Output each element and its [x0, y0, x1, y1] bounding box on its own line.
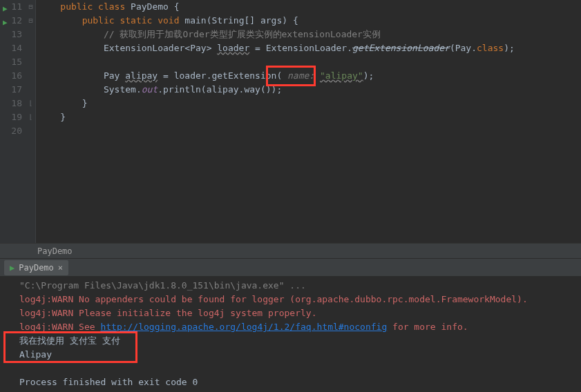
line-number: 20 — [11, 126, 22, 136]
fold-column: ⊟ ⊟ ⌊ ⌊ — [26, 0, 36, 243]
fold-toggle[interactable]: ⊟ — [26, 14, 35, 28]
run-tab-label: PayDemo — [19, 263, 54, 273]
line-number: 14 — [11, 43, 22, 53]
console-link[interactable]: http://logging.apache.org/log4j/1.2/faq.… — [100, 322, 387, 332]
run-tab-icon: ▶ — [10, 263, 15, 273]
console-output[interactable]: "C:\Program Files\Java\jdk1.8.0_151\bin\… — [0, 276, 581, 392]
breadcrumb-item[interactable]: PayDemo — [37, 246, 73, 256]
fold-end: ⌊ — [26, 97, 35, 110]
code-editor[interactable]: public class PayDemo { public static voi… — [36, 0, 581, 243]
breadcrumb[interactable]: PayDemo — [0, 243, 581, 258]
line-number: 13 — [11, 29, 22, 39]
line-number: 19 — [11, 112, 22, 122]
console-tab-bar: ▶ PayDemo × — [0, 258, 581, 276]
console-line: 我在找使用 支付宝 支付 — [19, 334, 574, 348]
editor-area: ▶11 ▶12 13 14 15 16 17 18 19 20 ⊟ ⊟ ⌊ ⌊ … — [0, 0, 581, 243]
console-line: Process finished with exit code 0 — [19, 375, 574, 389]
console-line: Alipay — [19, 348, 574, 362]
fold-toggle[interactable]: ⊟ — [26, 0, 35, 14]
line-number: 12 — [11, 15, 22, 26]
line-number: 11 — [11, 1, 22, 12]
line-number: 15 — [11, 57, 22, 67]
close-icon[interactable]: × — [58, 263, 63, 273]
tab-run-paydemo[interactable]: ▶ PayDemo × — [4, 260, 68, 275]
console-line — [19, 362, 574, 375]
line-number-gutter: ▶11 ▶12 13 14 15 16 17 18 19 20 — [0, 0, 26, 243]
line-number: 16 — [11, 70, 22, 81]
console-line: "C:\Program Files\Java\jdk1.8.0_151\bin\… — [19, 279, 574, 293]
console-line: log4j:WARN No appenders could be found f… — [19, 293, 574, 306]
console-line: log4j:WARN See http://logging.apache.org… — [19, 320, 574, 334]
line-number: 18 — [11, 98, 22, 108]
console-line: log4j:WARN Please initialize the log4j s… — [19, 306, 574, 320]
fold-end: ⌊ — [26, 110, 35, 124]
line-number: 17 — [11, 84, 22, 95]
